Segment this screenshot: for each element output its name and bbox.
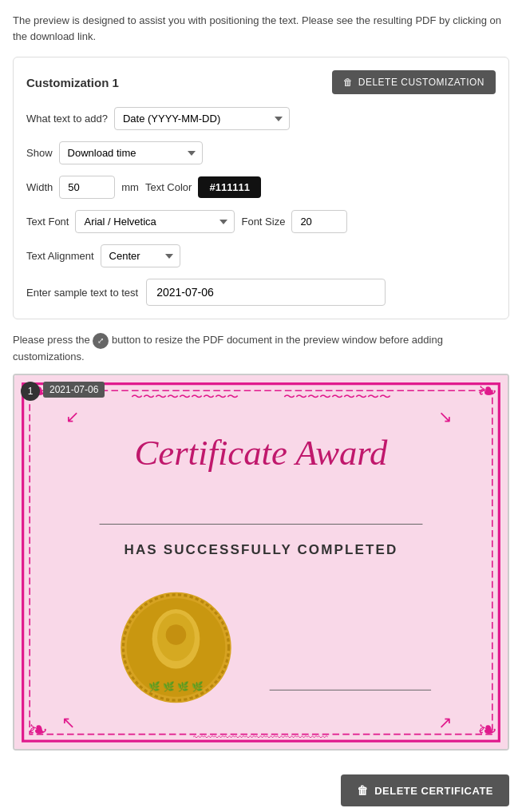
width-input[interactable] — [59, 176, 115, 199]
font-size-label: Font Size — [241, 216, 285, 228]
preview-date-label: 2021-07-06 — [43, 382, 105, 398]
preview-number: 1 — [21, 382, 40, 401]
alignment-row: Text Alignment Center Left Right — [26, 244, 496, 267]
svg-text:🌿 🌿 🌿 🌿: 🌿 🌿 🌿 🌿 — [148, 681, 204, 692]
customization-title: Customization 1 — [26, 76, 119, 89]
trash-icon: 🗑 — [343, 77, 354, 88]
svg-rect-0 — [14, 375, 508, 750]
svg-text:〰〰〰〰〰〰〰〰〰〰〰〰〰: 〰〰〰〰〰〰〰〰〰〰〰〰〰 — [194, 731, 329, 743]
svg-text:Certificate Award: Certificate Award — [135, 432, 389, 472]
what-text-label: What text to add? — [26, 113, 108, 125]
svg-text:↘: ↘ — [438, 406, 453, 426]
text-alignment-select[interactable]: Center Left Right — [101, 244, 180, 267]
svg-point-21 — [166, 624, 187, 645]
intro-text: The preview is designed to assist you wi… — [13, 13, 509, 44]
svg-text:〜〜〜〜〜〜〜〜〜: 〜〜〜〜〜〜〜〜〜 — [131, 390, 239, 403]
sample-text-label: Enter sample text to test — [26, 287, 138, 299]
font-size-input[interactable] — [291, 210, 347, 233]
font-row: Text Font Arial / Helvetica Times New Ro… — [26, 210, 496, 233]
svg-text:↗: ↗ — [438, 713, 453, 732]
delete-customization-label: DELETE CUSTOMIZATION — [358, 77, 484, 88]
page-wrapper: The preview is designed to assist you wi… — [0, 0, 522, 812]
what-text-select[interactable]: Date (YYYY-MM-DD) Custom Text Name Cours… — [114, 107, 290, 130]
certificate-preview: 1 2021-07-06 ❧ ❧ — [13, 374, 509, 751]
sample-text-row: Enter sample text to test — [26, 279, 496, 306]
svg-text:↙: ↙ — [65, 406, 80, 426]
svg-text:❧: ❧ — [28, 715, 48, 742]
hint-text: Please press the ⤢ button to resize the … — [13, 332, 509, 366]
svg-text:↖: ↖ — [61, 713, 76, 732]
delete-certificate-button[interactable]: 🗑 DELETE CERTIFICATE — [341, 774, 509, 806]
delete-customization-button[interactable]: 🗑 DELETE CUSTOMIZATION — [332, 70, 496, 94]
show-row: Show Download time Upload time Custom — [26, 141, 496, 164]
trash-icon-cert: 🗑 — [357, 784, 369, 797]
width-label: Width — [26, 181, 53, 193]
width-color-row: Width mm Text Color #111111 — [26, 176, 496, 199]
width-unit: mm — [121, 181, 139, 193]
svg-text:❧: ❧ — [477, 377, 497, 403]
bottom-bar: 🗑 DELETE CERTIFICATE — [13, 766, 509, 812]
text-color-button[interactable]: #111111 — [198, 176, 261, 198]
text-alignment-label: Text Alignment — [26, 250, 94, 262]
certificate-svg-wrapper: ❧ ❧ ❧ ❧ ↙ ↘ ↖ — [14, 375, 508, 750]
sample-text-input[interactable] — [146, 279, 386, 306]
show-label: Show — [26, 147, 53, 159]
svg-text:❧: ❧ — [477, 715, 497, 742]
text-font-label: Text Font — [26, 216, 69, 228]
delete-certificate-label: DELETE CERTIFICATE — [374, 785, 493, 797]
hint-prefix: Please press the — [13, 334, 90, 346]
text-font-select[interactable]: Arial / Helvetica Times New Roman Courie… — [75, 210, 235, 233]
show-select[interactable]: Download time Upload time Custom — [59, 141, 203, 164]
what-text-row: What text to add? Date (YYYY-MM-DD) Cust… — [26, 107, 496, 130]
svg-text:HAS SUCCESSFULLY COMPLETED: HAS SUCCESSFULLY COMPLETED — [124, 541, 397, 557]
customization-header: Customization 1 🗑 DELETE CUSTOMIZATION — [26, 70, 496, 94]
resize-icon: ⤢ — [93, 333, 109, 349]
text-color-label: Text Color — [145, 181, 192, 193]
svg-text:〜〜〜〜〜〜〜〜〜: 〜〜〜〜〜〜〜〜〜 — [283, 390, 391, 403]
customization-box: Customization 1 🗑 DELETE CUSTOMIZATION W… — [13, 57, 509, 319]
